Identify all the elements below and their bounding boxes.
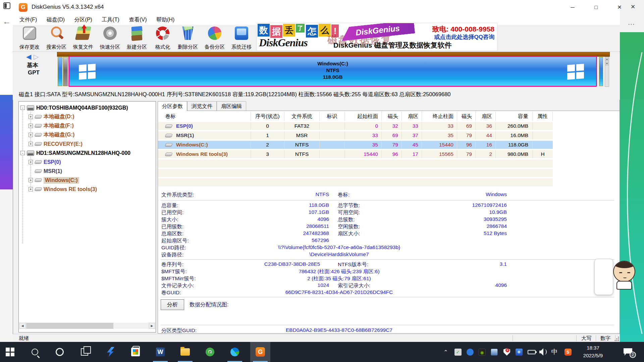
menu-help[interactable]: 帮助(H) — [152, 15, 178, 25]
tree-horizontal-scrollbar[interactable]: ◀ ▶ — [19, 323, 155, 329]
tree-item-windows-re-tools[interactable]: + Windows RE tools(3) — [29, 185, 97, 193]
expand-toggle[interactable]: + — [29, 187, 33, 191]
analyze-button[interactable]: 分析 — [161, 299, 184, 310]
promo-banner[interactable]: 数 据 丢 了 怎 么 ! 磁盘数据恢复 DiskGenius 致电: 400-… — [257, 23, 497, 51]
expand-toggle[interactable]: + — [29, 115, 33, 119]
tray-intel-graphics-icon[interactable] — [488, 342, 500, 362]
format-button[interactable]: 格式化 — [149, 25, 176, 51]
col-header[interactable]: 起始柱面 — [345, 112, 382, 121]
search-partition-button[interactable]: 搜索分区 — [43, 25, 70, 51]
menu-view[interactable]: 查看(V) — [125, 15, 151, 25]
col-header[interactable]: 文件系统 — [284, 112, 320, 121]
scroll-right-button[interactable]: ▶ — [149, 323, 155, 329]
background-close-icon[interactable]: ✕ — [631, 3, 635, 10]
tab-sector-edit[interactable]: 扇区编辑 — [217, 101, 246, 111]
pinned-app-browser[interactable]: e — [200, 342, 220, 362]
col-header[interactable]: 磁头 — [382, 112, 402, 121]
taskbar-search-button[interactable] — [25, 342, 45, 362]
tree-item-windows-c[interactable]: + Windows(C:) — [29, 176, 79, 184]
table-row-esp[interactable]: ESP(0) 0 FAT32 0 32 33 33 69 36 260.0MB — [158, 122, 614, 130]
menu-tools[interactable]: 工具(T) — [98, 15, 123, 25]
close-button[interactable]: ✕ — [610, 0, 629, 15]
delete-partition-button[interactable]: 删除分区 — [174, 25, 201, 51]
col-header[interactable]: 属性 — [533, 112, 553, 121]
pinned-app-flash[interactable] — [101, 342, 121, 362]
col-header[interactable]: 标识 — [320, 112, 345, 121]
ime-mode-simplified[interactable] — [595, 268, 613, 277]
col-header[interactable]: 扇区 — [402, 112, 422, 121]
tree-item-hd0[interactable]: - HD0:TOSHIBAMQ04ABF100(932GB) — [20, 104, 128, 112]
tree-item-msr[interactable]: MSR(1) — [29, 167, 62, 175]
col-header[interactable]: 磁头 — [457, 112, 476, 121]
table-row-windows-re-tools[interactable]: Windows RE tools(3) 3 NTFS 15440 96 17 1… — [158, 150, 614, 158]
system-migration-button[interactable]: 系统迁移 — [228, 25, 255, 51]
scroll-left-button[interactable]: ◀ — [19, 323, 25, 329]
col-header[interactable]: 扇区 — [476, 112, 496, 121]
prev-disk-arrow[interactable]: ◀ — [26, 53, 31, 61]
tray-snowflake-icon[interactable]: ❄ — [513, 342, 525, 362]
table-row-msr[interactable]: MSR(1) 1 MSR 33 69 37 35 79 44 16.0MB — [158, 131, 614, 139]
task-view-button[interactable] — [74, 342, 95, 362]
partition-sliver-esp[interactable] — [58, 57, 62, 86]
tray-sogou-icon[interactable]: S — [562, 342, 574, 362]
expand-toggle[interactable]: + — [29, 124, 33, 128]
tray-app-blue-icon[interactable] — [464, 342, 476, 362]
menu-file[interactable]: 文件(F) — [15, 15, 41, 25]
pinned-app-store[interactable] — [125, 342, 146, 362]
tray-ime-indicator[interactable]: 中 — [549, 342, 560, 362]
collapse-toggle[interactable]: - — [20, 151, 25, 155]
next-disk-arrow[interactable]: ▷ — [34, 53, 39, 61]
expand-toggle[interactable]: + — [29, 160, 33, 164]
tray-volume-icon[interactable] — [537, 342, 549, 362]
table-row-windows-c-selected[interactable]: Windows(C:) 2 NTFS 35 79 45 15440 96 16 … — [158, 141, 614, 149]
resize-grip[interactable] — [614, 337, 619, 341]
partition-block-windows-c[interactable]: Windows(C:) NTFS 118.0GB — [68, 56, 597, 87]
tray-security-shield-icon[interactable]: ✕ — [501, 342, 513, 362]
start-button[interactable] — [0, 342, 20, 362]
banner-qq-link[interactable]: 或点击此处选择QQ咨询 — [434, 33, 494, 41]
quick-partition-button[interactable]: 快速分区 — [97, 25, 123, 51]
partition-panel-scrollbar[interactable]: ▲ ▼ — [605, 57, 609, 87]
cortana-button[interactable] — [50, 342, 70, 362]
tray-chevron-button[interactable]: ⌃ — [440, 342, 451, 362]
tab-browse-files[interactable]: 浏览文件 — [187, 101, 217, 111]
expand-toggle[interactable]: + — [29, 133, 33, 137]
partition-sliver-msr[interactable] — [63, 57, 68, 86]
col-header[interactable]: 卷标 — [158, 112, 251, 121]
background-more-icon[interactable]: ⋯ — [628, 20, 635, 28]
pinned-app-word[interactable]: W — [150, 342, 170, 362]
partition-sliver-re-tools[interactable] — [599, 57, 603, 86]
expand-toggle[interactable]: + — [29, 142, 33, 146]
taskbar-app-diskgenius-active[interactable]: G — [250, 342, 270, 362]
tree-item-recovery-e[interactable]: + RECOVERY(E:) — [29, 140, 83, 148]
minimize-button[interactable]: ─ — [563, 0, 582, 15]
notification-center-button[interactable]: 2 — [618, 342, 638, 362]
backup-partition-button[interactable]: 备份分区 — [201, 25, 228, 51]
tree-item-local-disk-d[interactable]: + 本地磁盘(D:) — [29, 113, 74, 121]
pinned-app-file-explorer[interactable] — [175, 342, 195, 362]
tray-nvidia-icon[interactable]: ◉ — [476, 342, 488, 362]
scroll-down-button[interactable]: ▼ — [605, 62, 609, 66]
pinned-app-edge[interactable] — [225, 342, 245, 362]
menu-disk[interactable]: 磁盘(D) — [43, 15, 69, 25]
recover-files-button[interactable]: 恢复文件 — [70, 25, 97, 51]
ime-mode-halfwidth[interactable] — [595, 277, 613, 285]
new-partition-button[interactable]: 新建分区 — [123, 25, 150, 51]
ime-status-widget[interactable] — [594, 259, 613, 295]
save-changes-button[interactable]: 保存更改 — [16, 25, 43, 51]
tab-partition-parameters[interactable]: 分区参数 — [158, 101, 187, 111]
tree-item-esp[interactable]: + ESP(0) — [29, 158, 61, 166]
collapse-toggle[interactable]: - — [20, 106, 25, 110]
expand-toggle[interactable]: + — [29, 178, 33, 182]
tree-item-local-disk-f[interactable]: + 本地磁盘(F:) — [29, 122, 74, 130]
col-header[interactable]: 序号(状态) — [251, 112, 284, 121]
menu-partition[interactable]: 分区(P) — [70, 15, 96, 25]
tray-app-checkmark-icon[interactable]: ✓ — [452, 342, 464, 362]
scroll-up-button[interactable]: ▲ — [605, 57, 609, 61]
scrollbar-thumb[interactable] — [26, 323, 113, 329]
maximize-button[interactable]: □ — [586, 0, 606, 15]
back-arrow-icon[interactable]: ← — [3, 17, 11, 26]
ime-mode-chinese[interactable] — [595, 259, 613, 268]
col-header[interactable]: 容量 — [496, 112, 533, 121]
ime-heart-icon[interactable] — [595, 285, 613, 294]
